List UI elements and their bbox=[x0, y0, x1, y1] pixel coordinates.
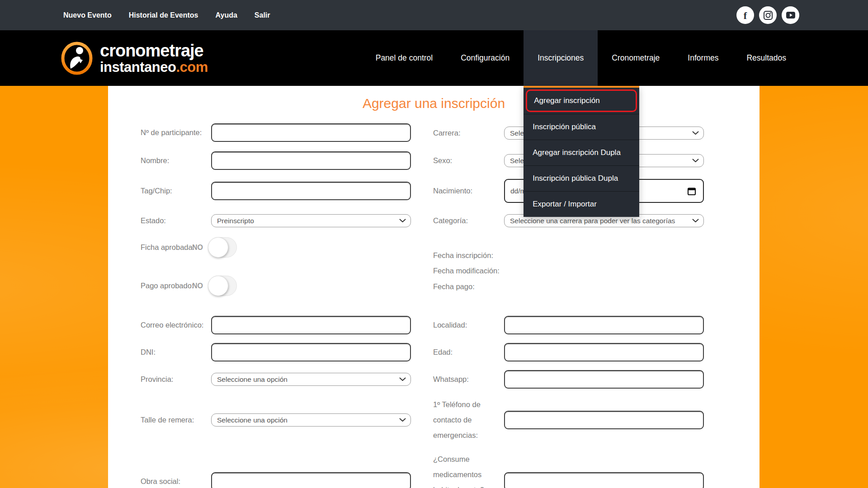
status-select[interactable]: Preinscripto bbox=[211, 214, 411, 227]
health-insurance-input[interactable] bbox=[211, 472, 411, 488]
province-select[interactable]: Seleccione una opción bbox=[211, 373, 411, 386]
form-approved-toggle-state: NO bbox=[192, 244, 203, 252]
nav-item-resultados[interactable]: Resultados bbox=[732, 30, 800, 86]
tag-chip-label: Tag/Chip: bbox=[141, 182, 172, 200]
birthdate-label: Nacimiento: bbox=[433, 179, 472, 203]
toggle-knob bbox=[208, 237, 228, 258]
form-approved-toggle[interactable] bbox=[208, 237, 237, 258]
nav-item-panel-de-control[interactable]: Panel de control bbox=[362, 30, 447, 86]
emergency-phone-label: 1º Teléfono de contacto de emergencias: bbox=[433, 397, 492, 443]
main-navbar: cronometraje instantaneo.com Panel de co… bbox=[0, 30, 868, 86]
chevron-down-icon bbox=[692, 219, 699, 223]
calendar-icon[interactable] bbox=[687, 186, 697, 196]
name-input[interactable] bbox=[211, 151, 411, 170]
logo-line2: instantaneo.com bbox=[100, 60, 208, 74]
form-approved-label: Ficha aprobada: bbox=[141, 237, 194, 258]
name-label: Nombre: bbox=[141, 151, 169, 170]
form-approved-toggle-group: NO bbox=[192, 237, 237, 258]
payment-date-label: Fecha pago: bbox=[433, 282, 475, 291]
chevron-down-icon bbox=[399, 377, 406, 381]
category-label: Categoría: bbox=[433, 214, 468, 227]
main-nav: Panel de control Configuración Inscripci… bbox=[362, 30, 800, 86]
facebook-icon[interactable]: f bbox=[736, 6, 754, 24]
chevron-down-icon bbox=[692, 131, 699, 135]
topbar-links: Nuevo Evento Historial de Eventos Ayuda … bbox=[63, 0, 270, 30]
page: Agregar una inscripción Nº de participan… bbox=[0, 0, 868, 488]
status-label: Estado: bbox=[141, 214, 166, 227]
topbar-link-nuevo-evento[interactable]: Nuevo Evento bbox=[63, 11, 112, 19]
whatsapp-label: Whatsapp: bbox=[433, 370, 469, 389]
instagram-icon[interactable] bbox=[759, 6, 777, 24]
city-input[interactable] bbox=[504, 316, 704, 334]
brand-logo[interactable]: cronometraje instantaneo.com bbox=[60, 30, 208, 86]
topbar-link-salir[interactable]: Salir bbox=[255, 11, 270, 19]
emergency-phone-input[interactable] bbox=[504, 411, 704, 429]
menu-item-exportar-importar[interactable]: Exportar / Importar bbox=[524, 192, 639, 217]
runner-logo-icon bbox=[60, 42, 94, 75]
nav-item-inscripciones[interactable]: Inscripciones Agregar inscripción Inscri… bbox=[524, 30, 598, 86]
inscripciones-dropdown: Agregar inscripción Inscripción pública … bbox=[524, 86, 639, 217]
topbar-link-ayuda[interactable]: Ayuda bbox=[216, 11, 237, 19]
menu-item-inscripcion-publica[interactable]: Inscripción pública bbox=[524, 114, 639, 140]
health-insurance-label: Obra social: bbox=[141, 472, 180, 488]
medication-input[interactable] bbox=[504, 472, 704, 488]
modification-date-label: Fecha modificación: bbox=[433, 267, 500, 275]
dni-input[interactable] bbox=[211, 343, 411, 361]
payment-approved-toggle-state: NO bbox=[192, 282, 203, 290]
age-input[interactable] bbox=[504, 343, 704, 361]
youtube-icon[interactable] bbox=[782, 6, 799, 24]
shirt-size-select[interactable]: Seleccione una opción bbox=[211, 413, 411, 427]
menu-item-agregar-inscripcion[interactable]: Agregar inscripción bbox=[524, 88, 639, 114]
race-label: Carrera: bbox=[433, 127, 461, 140]
chevron-down-icon bbox=[692, 159, 699, 163]
social-links: f bbox=[736, 0, 799, 30]
tag-chip-input[interactable] bbox=[211, 182, 411, 200]
status-select-value: Preinscripto bbox=[217, 217, 396, 225]
participant-number-input[interactable] bbox=[211, 123, 411, 142]
nav-item-cronometraje[interactable]: Cronometraje bbox=[598, 30, 674, 86]
province-select-value: Seleccione una opción bbox=[217, 375, 396, 384]
menu-item-agregar-inscripcion-dupla[interactable]: Agregar inscripción Dupla bbox=[524, 140, 639, 166]
registration-date-label: Fecha inscripción: bbox=[433, 251, 493, 260]
shirt-size-label: Talle de remera: bbox=[141, 413, 194, 427]
email-label: Correo electrónico: bbox=[141, 316, 203, 334]
dni-label: DNI: bbox=[141, 343, 156, 361]
category-select-value: Seleccione una carrera para poder ver la… bbox=[510, 217, 689, 225]
menu-item-inscripcion-publica-dupla[interactable]: Inscripción pública Dupla bbox=[524, 166, 639, 192]
logo-com-suffix: .com bbox=[176, 59, 208, 75]
payment-approved-toggle-group: NO bbox=[192, 276, 237, 296]
chevron-down-icon bbox=[399, 219, 406, 223]
nav-item-informes[interactable]: Informes bbox=[674, 30, 732, 86]
medication-label: ¿Consume medicamentos habitualmente? bbox=[433, 451, 492, 488]
age-label: Edad: bbox=[433, 343, 453, 361]
toggle-knob bbox=[208, 276, 228, 296]
email-input[interactable] bbox=[211, 316, 411, 334]
shirt-size-select-value: Seleccione una opción bbox=[217, 416, 396, 424]
topbar-link-historial-de-eventos[interactable]: Historial de Eventos bbox=[129, 11, 198, 19]
city-label: Localidad: bbox=[433, 316, 467, 334]
menu-item-highlight-box: Agregar inscripción bbox=[526, 89, 637, 112]
chevron-down-icon bbox=[399, 418, 406, 422]
nav-item-configuracion[interactable]: Configuración bbox=[447, 30, 524, 86]
participant-number-label: Nº de participante: bbox=[141, 123, 202, 142]
payment-approved-label: Pago aprobado: bbox=[141, 276, 193, 296]
whatsapp-input[interactable] bbox=[504, 370, 704, 389]
sex-label: Sexo: bbox=[433, 154, 452, 167]
top-utility-bar: Nuevo Evento Historial de Eventos Ayuda … bbox=[0, 0, 868, 30]
payment-approved-toggle[interactable] bbox=[208, 276, 237, 296]
province-label: Provincia: bbox=[141, 373, 173, 386]
logo-line1: cronometraje bbox=[100, 42, 208, 59]
